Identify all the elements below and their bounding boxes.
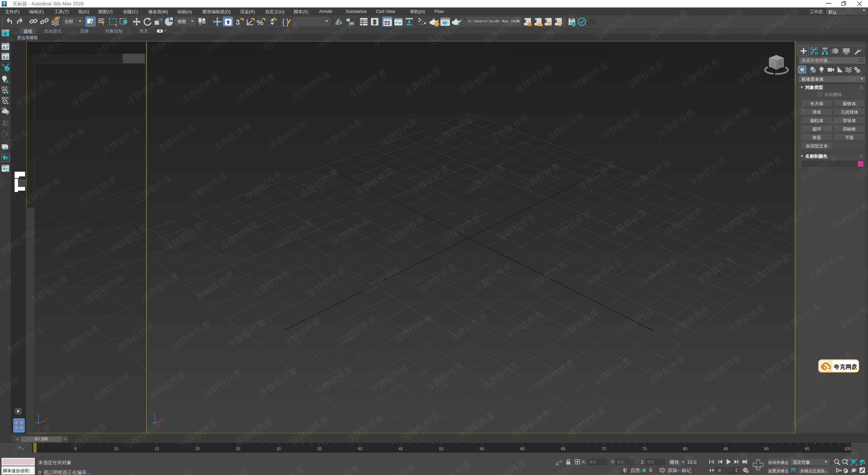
svg-text:60: 60 [520, 446, 525, 451]
svg-text:10: 10 [114, 446, 119, 451]
svg-text:35: 35 [317, 446, 322, 451]
svg-text:50: 50 [439, 446, 444, 451]
svg-text:proc: proc [1, 86, 8, 89]
svg-text:{ }: { } [282, 18, 289, 26]
svg-text:90: 90 [764, 446, 769, 451]
svg-text:前: 前 [779, 62, 782, 66]
svg-text:80: 80 [683, 446, 688, 451]
svg-text:55: 55 [480, 446, 485, 451]
svg-text:30: 30 [276, 446, 281, 451]
svg-text:A: A [4, 31, 7, 36]
svg-text:70: 70 [601, 446, 606, 451]
svg-text:左: 左 [771, 62, 774, 66]
svg-text:%: % [257, 18, 263, 27]
svg-text:alem: alem [1, 96, 9, 100]
svg-text:85: 85 [724, 446, 728, 451]
svg-text:A: A [2, 45, 6, 50]
svg-text:5: 5 [74, 446, 77, 451]
svg-text:20: 20 [195, 446, 200, 451]
svg-text:75: 75 [642, 446, 647, 451]
svg-text:25: 25 [236, 446, 241, 451]
svg-text:15: 15 [155, 446, 159, 451]
svg-text:A: A [6, 79, 9, 84]
svg-text:A: A [2, 55, 6, 60]
svg-text:65: 65 [561, 446, 566, 451]
svg-text:95: 95 [805, 446, 810, 451]
svg-text:40: 40 [358, 446, 362, 451]
svg-text:3: 3 [236, 18, 240, 26]
svg-text:100: 100 [844, 446, 851, 451]
svg-text:45: 45 [398, 446, 403, 451]
